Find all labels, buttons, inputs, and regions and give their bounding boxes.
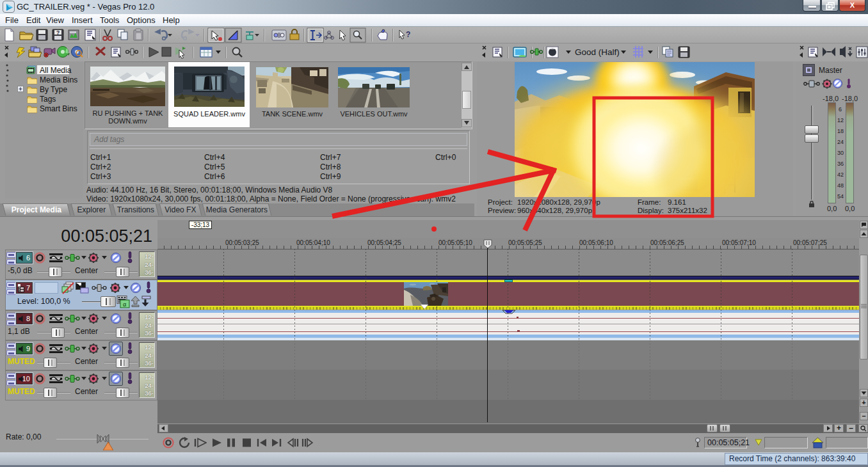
svg-text:?: ? (406, 30, 410, 39)
svg-text:α: α (123, 301, 126, 308)
svg-text:Good (Half): Good (Half) (575, 47, 620, 57)
svg-text:?: ? (56, 29, 60, 36)
